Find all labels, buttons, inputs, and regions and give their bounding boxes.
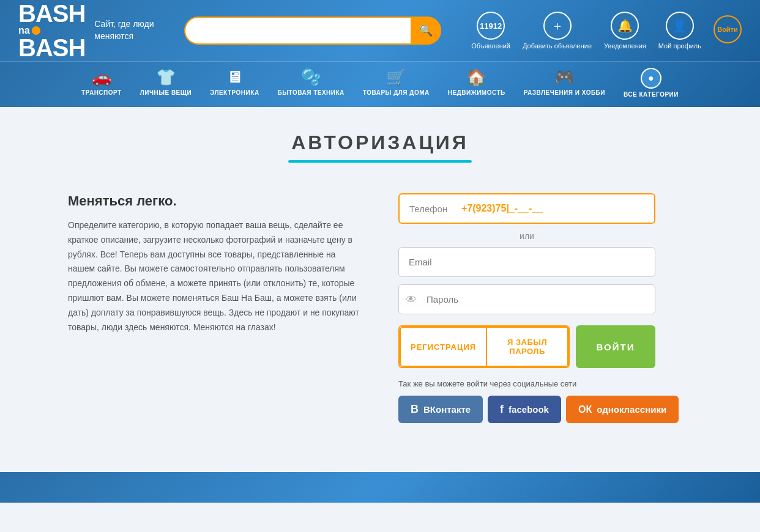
nav-label-hobbies: РАЗВЛЕЧЕНИЯ И ХОББИ — [524, 89, 605, 96]
nav-label-personal: ЛИЧНЫЕ ВЕЩИ — [140, 89, 192, 96]
ads-count-circle: 11912 — [477, 12, 505, 40]
vk-icon: В — [411, 403, 419, 416]
nav-label-transport: ТРАНСПОРТ — [81, 89, 122, 96]
hobbies-icon: 🎮 — [554, 68, 575, 87]
left-text: Определите категорию, в которую попадает… — [68, 218, 362, 334]
nav-item-hobbies[interactable]: 🎮 РАЗВЛЕЧЕНИЯ И ХОББИ — [524, 68, 605, 98]
home-goods-icon: 🛒 — [386, 68, 406, 87]
facebook-login-button[interactable]: f facebook — [488, 396, 561, 423]
all-categories-icon: ● — [641, 68, 661, 89]
login-icon-circle: Войти — [713, 15, 742, 43]
nav-label-all: ВСЕ КАТЕГОРИИ — [624, 91, 679, 98]
profile-label: Мой профиль — [658, 42, 701, 50]
nav-label-appliances: БЫТОВАЯ ТЕХНИКА — [278, 89, 345, 96]
odnoklassniki-login-button[interactable]: ОК одноклассники — [566, 396, 679, 423]
page-title: АВТОРИЗАЦИЯ — [0, 131, 760, 154]
profile-icon-circle: 👤 — [666, 12, 694, 40]
password-input[interactable] — [398, 284, 655, 314]
transport-icon: 🚗 — [92, 68, 112, 87]
password-wrapper: 👁 — [398, 284, 655, 314]
social-buttons: В ВКонтакте f facebook ОК одноклассники — [398, 396, 655, 423]
footer — [0, 472, 760, 503]
nav-item-appliances[interactable]: 🫧 БЫТОВАЯ ТЕХНИКА — [278, 68, 345, 98]
right-panel: Телефон +7(923)75|_-__-__ или 👁 РЕГИСТРА… — [398, 193, 655, 423]
nav-item-home[interactable]: 🛒 ТОВАРЫ ДЛЯ ДОМА — [363, 68, 430, 98]
header-actions: 11912 Объявлений ＋ Добавить объявление 🔔… — [471, 12, 742, 50]
phone-input-wrapper[interactable]: Телефон +7(923)75|_-__-__ — [398, 193, 655, 224]
notifications-label: Уведомления — [604, 42, 646, 50]
logo-area: BASH na BASH Сайт, где люди меняются — [18, 1, 154, 60]
ok-icon: ОК — [578, 404, 592, 415]
logo-dot — [32, 26, 40, 35]
facebook-icon: f — [500, 403, 504, 416]
add-label: Добавить объявление — [523, 42, 592, 50]
login-icon: Войти — [717, 26, 738, 33]
eye-icon[interactable]: 👁 — [406, 293, 417, 306]
nav-item-transport[interactable]: 🚗 ТРАНСПОРТ — [81, 68, 122, 98]
nav-item-personal[interactable]: 👕 ЛИЧНЫЕ ВЕЩИ — [140, 68, 192, 98]
bell-icon: 🔔 — [617, 18, 633, 33]
logo-line2: BASH — [18, 35, 85, 60]
logo-line1: BASH — [18, 1, 85, 26]
phone-value: +7(923)75|_-__-__ — [461, 203, 644, 214]
vk-login-button[interactable]: В ВКонтакте — [398, 396, 483, 423]
main-content: АВТОРИЗАЦИЯ Меняться легко. Определите к… — [0, 107, 760, 472]
content-wrapper: Меняться легко. Определите категорию, в … — [43, 181, 717, 435]
appliances-icon: 🫧 — [301, 68, 321, 87]
register-forgot-group: РЕГИСТРАЦИЯ Я ЗАБЫЛ ПАРОЛЬ — [398, 325, 570, 368]
phone-label: Телефон — [409, 204, 452, 214]
nav-label-realty: НЕДВИЖИМОСТЬ — [448, 89, 505, 96]
nav-item-electronics[interactable]: 🖥 ЭЛЕКТРОНИКА — [210, 68, 259, 98]
login-button[interactable]: ВОЙТИ — [576, 325, 655, 368]
login-item[interactable]: Войти — [713, 15, 742, 46]
left-title: Меняться легко. — [68, 193, 362, 209]
title-underline — [288, 160, 472, 163]
left-panel: Меняться легко. Определите категорию, в … — [68, 193, 362, 423]
add-icon-circle: ＋ — [543, 12, 572, 40]
nav-label-home: ТОВАРЫ ДЛЯ ДОМА — [363, 89, 430, 96]
profile-item[interactable]: 👤 Мой профиль — [658, 12, 701, 50]
realty-icon: 🏠 — [466, 68, 486, 87]
nav-bar: 🚗 ТРАНСПОРТ 👕 ЛИЧНЫЕ ВЕЩИ 🖥 ЭЛЕКТРОНИКА … — [0, 61, 760, 107]
ads-count-item[interactable]: 11912 Объявлений — [471, 12, 510, 50]
or-text: или — [398, 231, 655, 241]
add-ad-item[interactable]: ＋ Добавить объявление — [523, 12, 592, 50]
bell-icon-circle: 🔔 — [611, 12, 639, 40]
register-button[interactable]: РЕГИСТРАЦИЯ — [400, 327, 487, 367]
email-input[interactable] — [398, 247, 655, 277]
nav-item-all[interactable]: ● ВСЕ КАТЕГОРИИ — [624, 68, 679, 98]
search-input[interactable] — [184, 17, 441, 45]
electronics-icon: 🖥 — [226, 68, 243, 87]
ads-label: Объявлений — [471, 42, 510, 50]
nav-item-realty[interactable]: 🏠 НЕДВИЖИМОСТЬ — [448, 68, 505, 98]
plus-icon: ＋ — [551, 18, 564, 34]
social-text: Так же вы можете войти через социальные … — [398, 379, 655, 388]
form-actions: РЕГИСТРАЦИЯ Я ЗАБЫЛ ПАРОЛЬ ВОЙТИ — [398, 325, 655, 368]
personal-icon: 👕 — [156, 68, 176, 87]
search-area: 🔍 — [184, 17, 441, 45]
notifications-item[interactable]: 🔔 Уведомления — [604, 12, 646, 50]
logo-subtitle: Сайт, где люди меняются — [94, 18, 154, 42]
header: BASH na BASH Сайт, где люди меняются 🔍 1… — [0, 0, 760, 61]
profile-icon: 👤 — [672, 18, 687, 33]
logo[interactable]: BASH na BASH — [18, 1, 85, 60]
search-button[interactable]: 🔍 — [411, 17, 441, 45]
nav-label-electronics: ЭЛЕКТРОНИКА — [210, 89, 259, 96]
page-title-section: АВТОРИЗАЦИЯ — [0, 131, 760, 163]
forgot-button[interactable]: Я ЗАБЫЛ ПАРОЛЬ — [487, 327, 568, 367]
